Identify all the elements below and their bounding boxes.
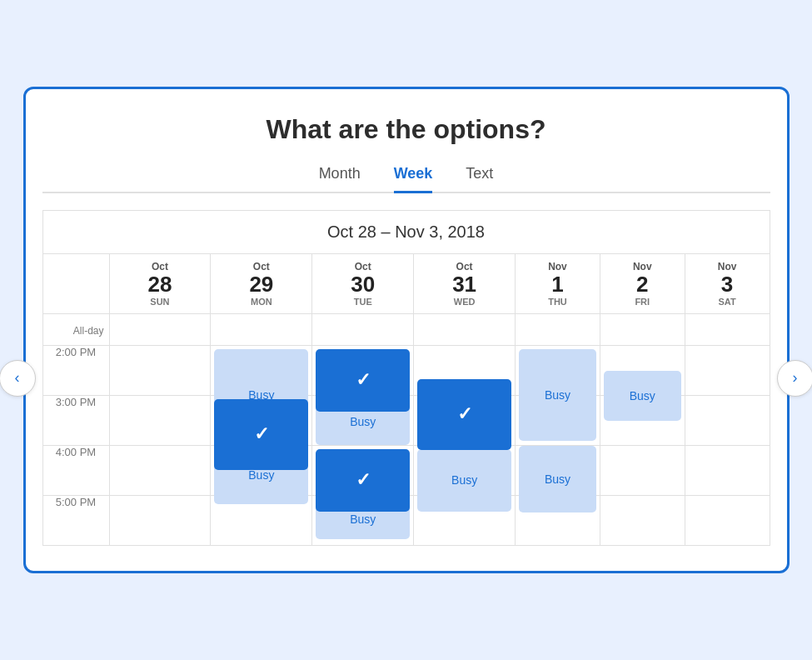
event-fri-busy1[interactable]: Busy [604,371,681,421]
day-header-mon: Oct 29 MON [211,254,312,314]
cell-4pm-wed: Busy [414,445,516,495]
cell-5pm-sat [685,495,770,545]
all-day-sat [685,313,770,345]
row-2pm: 2:00 PM Busy ✓ [42,345,770,395]
cell-4pm-thu: Busy [516,445,600,495]
cell-2pm-tue: ✓ [312,345,414,395]
cell-4pm-tue: ✓ [312,445,414,495]
day-header-sun: Oct 28 SUN [109,254,211,314]
tab-month[interactable]: Month [319,165,361,193]
time-label-3pm: 3:00 PM [42,395,109,445]
event-mon-check1[interactable]: ✓ [214,399,308,470]
day-header-thu: Nov 1 THU [516,254,600,314]
day-header-sat: Nov 3 SAT [685,254,770,314]
event-thu-busy2[interactable]: Busy [519,446,596,512]
cell-2pm-thu: Busy [516,345,600,395]
cell-3pm-sun [109,395,211,445]
time-label-4pm: 4:00 PM [42,445,109,495]
time-column-header [42,254,109,314]
all-day-mon [211,313,312,345]
cell-2pm-fri: Busy [600,345,685,395]
day-header-row: Oct 28 SUN Oct 29 MON Oct 30 TUE [42,254,770,314]
time-label-2pm: 2:00 PM [42,345,109,395]
event-tue-check1[interactable]: ✓ [316,349,410,412]
all-day-tue [312,313,414,345]
day-header-fri: Nov 2 FRI [600,254,685,314]
tab-week[interactable]: Week [394,165,433,193]
page-title: What are the options? [42,114,770,145]
cell-3pm-wed: ✓ [414,395,516,445]
all-day-fri [600,313,685,345]
all-day-sun [109,313,211,345]
cell-3pm-sat [685,395,770,445]
prev-week-button[interactable]: ‹ [0,360,36,397]
event-wed-check1[interactable]: ✓ [417,379,511,450]
cell-4pm-sun [109,445,211,495]
cell-2pm-sun [109,345,211,395]
cell-4pm-sat [685,445,770,495]
row-4pm: 4:00 PM Busy ✓ [42,445,770,495]
cell-4pm-fri [600,445,685,495]
all-day-wed [414,313,516,345]
week-nav-area: ‹ Oct 28 – Nov 3, 2018 › Oct 28 SUN Oct … [42,210,770,546]
calendar-grid: Oct 28 SUN Oct 29 MON Oct 30 TUE [42,253,770,546]
week-range-header: Oct 28 – Nov 3, 2018 [42,210,770,253]
main-container: What are the options? Month Week Text ‹ … [23,87,790,573]
all-day-row: All-day [42,313,770,345]
event-tue-check2[interactable]: ✓ [316,449,410,512]
cell-2pm-sat [685,345,770,395]
event-wed-busy1[interactable]: Busy [417,449,511,512]
next-week-button[interactable]: › [777,360,813,397]
all-day-thu [516,313,600,345]
cell-5pm-sun [109,495,211,545]
event-thu-busy1[interactable]: Busy [519,349,596,441]
all-day-label: All-day [42,313,109,345]
time-label-5pm: 5:00 PM [42,495,109,545]
cell-3pm-mon: ✓ [211,395,312,445]
day-header-tue: Oct 30 TUE [312,254,414,314]
cell-2pm-mon: Busy [211,345,312,395]
day-header-wed: Oct 31 WED [414,254,516,314]
tab-text[interactable]: Text [466,165,493,193]
cell-5pm-fri [600,495,685,545]
tab-bar: Month Week Text [42,165,770,193]
